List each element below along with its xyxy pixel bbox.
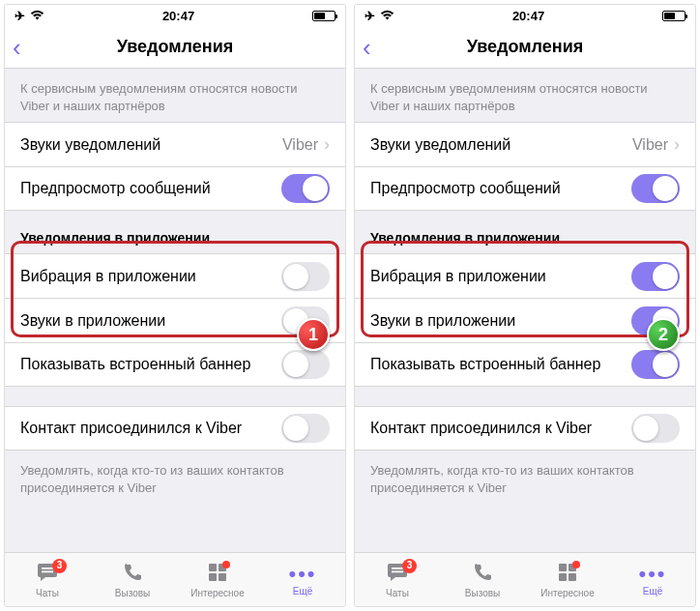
notification-dot — [222, 561, 230, 568]
wifi-icon — [380, 9, 394, 23]
contact-joined-toggle[interactable] — [631, 414, 680, 443]
step-badge-2: 2 — [647, 318, 680, 351]
chats-badge: 3 — [402, 559, 417, 573]
contact-note: Уведомлять, когда кто-то из ваших контак… — [5, 451, 345, 504]
svg-rect-2 — [209, 564, 217, 571]
cell-value: Viber — [632, 136, 668, 154]
chevron-right-icon: › — [674, 134, 680, 155]
cell-label: Звуки уведомлений — [370, 136, 632, 154]
back-button[interactable]: ‹ — [363, 32, 371, 62]
service-note: К сервисным уведомлениям относятся новос… — [355, 69, 695, 122]
page-title: Уведомления — [467, 37, 584, 57]
notification-sounds-row[interactable]: Звуки уведомлений Viber › — [5, 122, 345, 166]
message-preview-toggle[interactable] — [281, 174, 330, 203]
battery-icon — [312, 11, 335, 21]
screen-left: ✈ 20:47 ‹ Уведомления К сервисным уведом… — [4, 4, 346, 607]
screen-right: ✈ 20:47 ‹ Уведомления К сервисным уведом… — [354, 4, 696, 607]
tab-chats[interactable]: 3 Чаты — [5, 553, 90, 606]
tab-label: Ещё — [293, 586, 312, 596]
contact-joined-row: Контакт присоединился к Viber — [355, 406, 695, 451]
phone-icon — [122, 562, 143, 587]
service-note: К сервисным уведомлениям относятся новос… — [5, 69, 345, 122]
cell-label: Показывать встроенный баннер — [370, 356, 631, 373]
status-bar: ✈ 20:47 — [355, 5, 695, 26]
step-badge-1: 1 — [297, 318, 330, 351]
svg-rect-4 — [209, 573, 217, 581]
cell-label: Предпросмотр сообщений — [20, 180, 281, 197]
wifi-icon — [30, 9, 44, 23]
vibration-row: Вибрация в приложении — [355, 253, 695, 298]
tab-label: Вызовы — [115, 588, 150, 598]
tab-interesting[interactable]: Интересное — [525, 553, 610, 606]
cell-label: Вибрация в приложении — [20, 268, 281, 285]
section-inapp: Уведомления в приложении — [355, 211, 695, 253]
status-time: 20:47 — [512, 9, 544, 23]
sounds-inapp-row: Звуки в приложении — [5, 298, 345, 342]
airplane-icon: ✈ — [365, 9, 375, 23]
phone-icon — [472, 562, 493, 587]
airplane-icon: ✈ — [15, 9, 25, 23]
sounds-inapp-row: Звуки в приложении — [355, 298, 695, 342]
vibration-row: Вибрация в приложении — [5, 253, 345, 298]
svg-rect-5 — [219, 573, 226, 581]
battery-icon — [662, 11, 685, 21]
tab-more[interactable]: ••• Ещё — [610, 553, 695, 606]
banner-toggle[interactable] — [631, 350, 680, 379]
more-icon: ••• — [288, 564, 316, 585]
grid-icon — [557, 562, 578, 587]
tab-interesting[interactable]: Интересное — [175, 553, 260, 606]
cell-label: Предпросмотр сообщений — [370, 180, 631, 197]
chat-icon: 3 — [386, 562, 409, 587]
vibration-toggle[interactable] — [281, 262, 330, 291]
grid-icon — [207, 562, 228, 587]
status-time: 20:47 — [162, 9, 194, 23]
svg-rect-10 — [559, 573, 567, 581]
notification-dot — [572, 561, 580, 568]
section-inapp: Уведомления в приложении — [5, 211, 345, 253]
settings-content: К сервисным уведомлениям относятся новос… — [355, 69, 695, 552]
cell-value: Viber — [282, 136, 318, 154]
svg-rect-7 — [392, 570, 403, 572]
contact-joined-toggle[interactable] — [281, 414, 330, 443]
tab-bar: 3 Чаты Вызовы Интересное ••• Ещё — [5, 552, 345, 606]
tab-label: Ещё — [643, 586, 662, 596]
notification-sounds-row[interactable]: Звуки уведомлений Viber › — [355, 122, 695, 166]
tab-calls[interactable]: Вызовы — [90, 553, 175, 606]
message-preview-row: Предпросмотр сообщений — [355, 166, 695, 211]
more-icon: ••• — [638, 564, 666, 585]
banner-row: Показывать встроенный баннер — [5, 342, 345, 387]
chats-badge: 3 — [52, 559, 67, 573]
status-bar: ✈ 20:47 — [5, 5, 345, 26]
tab-bar: 3 Чаты Вызовы Интересное ••• Ещё — [355, 552, 695, 606]
settings-content: К сервисным уведомлениям относятся новос… — [5, 69, 345, 552]
banner-row: Показывать встроенный баннер — [355, 342, 695, 387]
banner-toggle[interactable] — [281, 350, 330, 379]
tab-more[interactable]: ••• Ещё — [260, 553, 345, 606]
chat-icon: 3 — [36, 562, 59, 587]
tab-label: Вызовы — [465, 588, 500, 598]
page-title: Уведомления — [117, 37, 234, 57]
cell-label: Звуки в приложении — [20, 312, 281, 330]
cell-label: Контакт присоединился к Viber — [370, 420, 631, 437]
cell-label: Контакт присоединился к Viber — [20, 420, 281, 437]
svg-rect-1 — [42, 570, 53, 572]
contact-note: Уведомлять, когда кто-то из ваших контак… — [355, 451, 695, 504]
tab-label: Интересное — [190, 588, 245, 598]
vibration-toggle[interactable] — [631, 262, 680, 291]
message-preview-row: Предпросмотр сообщений — [5, 166, 345, 211]
tab-chats[interactable]: 3 Чаты — [355, 553, 440, 606]
cell-label: Звуки в приложении — [370, 312, 631, 330]
nav-header: ‹ Уведомления — [355, 26, 695, 69]
svg-rect-11 — [569, 573, 576, 581]
tab-label: Чаты — [36, 588, 59, 598]
message-preview-toggle[interactable] — [631, 174, 680, 203]
back-button[interactable]: ‹ — [13, 32, 21, 62]
tab-calls[interactable]: Вызовы — [440, 553, 525, 606]
cell-label: Вибрация в приложении — [370, 268, 631, 285]
cell-label: Показывать встроенный баннер — [20, 356, 281, 373]
contact-joined-row: Контакт присоединился к Viber — [5, 406, 345, 451]
tab-label: Чаты — [386, 588, 409, 598]
cell-label: Звуки уведомлений — [20, 136, 282, 154]
chevron-right-icon: › — [324, 134, 330, 155]
svg-rect-8 — [559, 564, 567, 571]
